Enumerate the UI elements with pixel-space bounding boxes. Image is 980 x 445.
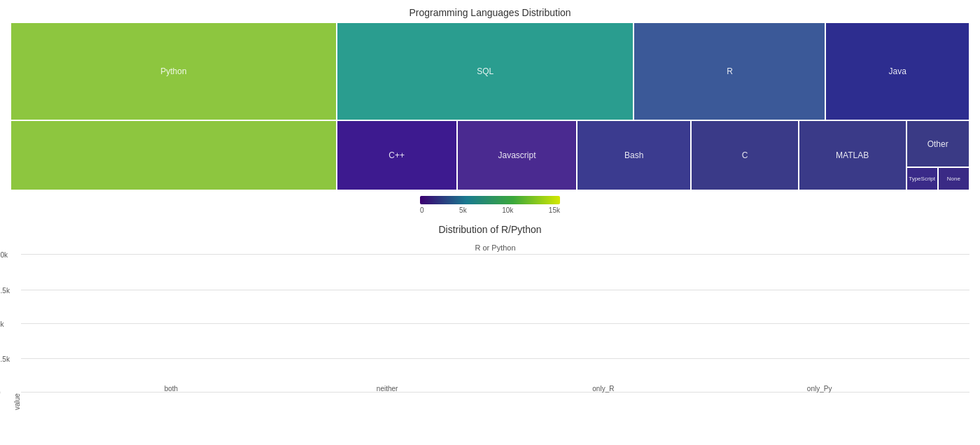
- legend-tick-15k: 15k: [549, 206, 560, 214]
- treemap-cell-matlab: MATLAB: [799, 120, 906, 190]
- chart-inner: 10k 7.5k 5k 2.5k 0 both neither: [21, 242, 969, 410]
- bar-group-only-py: only_Py: [750, 382, 890, 393]
- treemap-cell-python: Python: [10, 22, 337, 120]
- treemap-cell-none-ts: TypeScript None: [906, 167, 969, 190]
- bar-label-only-r: only_R: [592, 385, 614, 393]
- treemap-cell-other: Other: [906, 120, 969, 167]
- treemap-container: Python SQL R Java C++ Javascript Bash C …: [10, 22, 969, 190]
- treemap-row2-python-ext: [10, 120, 337, 190]
- treemap-cell-javascript: Javascript: [457, 120, 578, 190]
- bar-group-both: both: [101, 382, 241, 393]
- bar-label-both: both: [164, 385, 178, 393]
- treemap-cell-bash: Bash: [577, 120, 691, 190]
- y-axis-label: value: [10, 242, 21, 410]
- treemap-row1: Python SQL R Java: [10, 22, 969, 120]
- bar-label-only-py: only_Py: [807, 385, 832, 393]
- legend-section: 0 5k 10k 15k: [0, 196, 980, 214]
- treemap-cell-c: C: [691, 120, 799, 190]
- bars-row: both neither only_R only_Py: [21, 242, 969, 393]
- treemap-cell-none: None: [938, 167, 969, 190]
- barchart-area: value 10k 7.5k 5k 2.5k 0 both nei: [10, 242, 969, 410]
- treemap-cell-r: R: [634, 22, 825, 120]
- legend-tick-5k: 5k: [459, 206, 467, 214]
- bar-label-neither: neither: [377, 385, 398, 393]
- treemap-cell-typescript: TypeScript: [906, 167, 938, 190]
- treemap-cell-cpp: C++: [337, 120, 457, 190]
- legend-tick-labels: 0 5k 10k 15k: [420, 206, 560, 214]
- bar-group-only-r: only_R: [533, 382, 673, 393]
- treemap-row2: C++ Javascript Bash C MATLAB Other TypeS…: [10, 120, 969, 190]
- bar-group-neither: neither: [317, 382, 457, 393]
- legend-tick-10k: 10k: [502, 206, 513, 214]
- legend-gradient: [420, 196, 560, 204]
- treemap-cell-sql: SQL: [337, 22, 634, 120]
- barchart-title: Distribution of R/Python: [0, 224, 980, 235]
- treemap-cell-java: Java: [825, 22, 969, 120]
- legend-tick-0: 0: [420, 206, 424, 214]
- treemap-row2-langs: C++ Javascript Bash C MATLAB Other TypeS…: [337, 120, 969, 190]
- treemap-title: Programming Languages Distribution: [0, 0, 980, 22]
- treemap-cell-other-group: Other TypeScript None: [906, 120, 969, 190]
